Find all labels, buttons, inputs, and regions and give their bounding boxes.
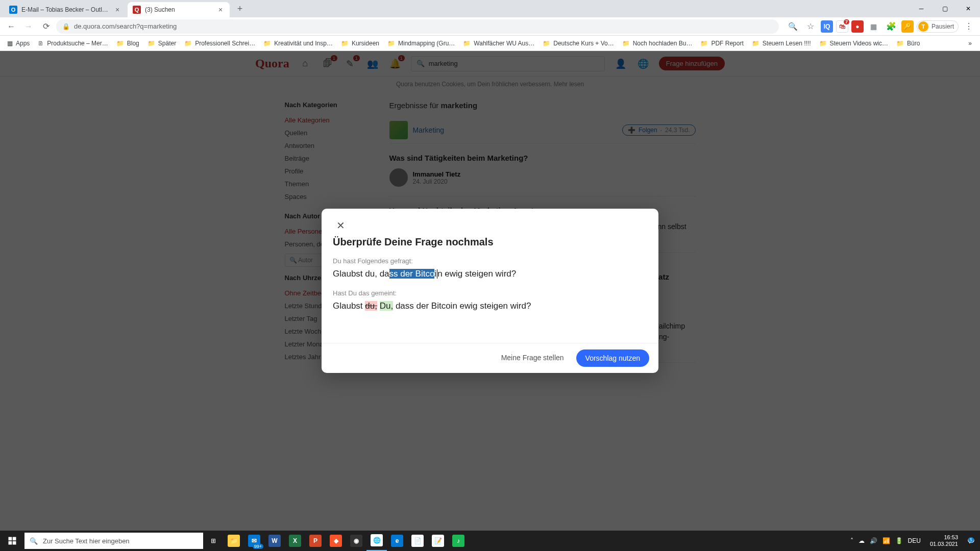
new-tab-button[interactable]: + [233, 2, 247, 16]
bookmark-folder[interactable]: 📁Büro [893, 38, 923, 49]
modal-label-asked: Du hast Folgendes gefragt: [333, 257, 647, 265]
folder-icon: 📁 [148, 40, 155, 47]
profile-label: Pausiert [932, 23, 954, 30]
ask-my-question-button[interactable]: Meine Frage stellen [494, 349, 571, 367]
tray-wifi-icon[interactable]: 📶 [883, 537, 890, 544]
extension-qr-icon[interactable]: ▦ [867, 19, 881, 34]
modal-overlay[interactable]: ✕ Überprüfe Deine Frage nochmals Du hast… [0, 51, 980, 531]
modal-close-button[interactable]: ✕ [333, 218, 348, 233]
taskbar-app-notepad[interactable]: 📄 [407, 531, 428, 551]
browser-titlebar: O E-Mail – Tobias Becker – Outlook × Q (… [0, 0, 980, 17]
tray-battery-icon[interactable]: 🔋 [895, 537, 903, 544]
page-content: Quora ⌂ 🗐1 ✎1 👥 🔔1 🔍 marketing 👤 🌐 Frage… [0, 51, 980, 531]
taskbar-app-explorer[interactable]: 📁 [224, 531, 244, 551]
bookmark-folder[interactable]: 📁Deutsche Kurs + Vo… [540, 38, 617, 49]
bookmark-folder[interactable]: 📁Später [144, 38, 179, 49]
taskbar-app-notes[interactable]: 📝 [428, 531, 448, 551]
tab-close-icon[interactable]: × [216, 6, 225, 14]
tab-close-icon[interactable]: × [113, 6, 121, 14]
browser-tab-quora[interactable]: Q (3) Suchen × [128, 2, 230, 17]
bookmark-folder[interactable]: 📁Mindmapping (Gru… [384, 38, 458, 49]
taskbar-clock[interactable]: 16:53 01.03.2021 [926, 534, 962, 547]
taskbar-app-word[interactable]: W [264, 531, 285, 551]
bookmark-folder[interactable]: 📁Blog [113, 38, 142, 49]
taskbar-app-powerpoint[interactable]: P [305, 531, 326, 551]
taskbar-app-chrome[interactable]: 🌐 [366, 531, 387, 551]
extensions-puzzle-icon[interactable]: 🧩 [884, 19, 898, 34]
folder-icon: 📁 [819, 40, 827, 47]
taskbar-app-spotify[interactable]: ♪ [448, 531, 469, 551]
original-question-text[interactable]: Glaubst du, dass der Bitcoin ewig steige… [333, 268, 647, 280]
favicon-outlook: O [9, 6, 17, 14]
task-view-button[interactable]: ⊞ [203, 531, 224, 551]
apps-button[interactable]: ▦Apps [4, 38, 33, 49]
window-close-button[interactable]: ✕ [957, 0, 980, 17]
bookmark-folder[interactable]: 📁PDF Report [697, 38, 746, 49]
taskbar-app-brave[interactable]: ◆ [326, 531, 346, 551]
bookmark-folder[interactable]: 📁Kursideen [338, 38, 382, 49]
windows-taskbar: 🔍 Zur Suche Text hier eingeben ⊞ 📁 ✉99+ … [0, 531, 980, 551]
review-question-modal: ✕ Überprüfe Deine Frage nochmals Du hast… [322, 209, 658, 373]
address-bar[interactable]: 🔒 de.quora.com/search?q=marketing [56, 19, 779, 34]
taskbar-app-obs[interactable]: ◉ [346, 531, 366, 551]
svg-rect-3 [13, 541, 16, 545]
taskbar-app-excel[interactable]: X [285, 531, 305, 551]
extension-icon-1[interactable]: IQ [821, 20, 833, 33]
tray-cloud-icon[interactable]: ☁ [859, 537, 865, 544]
folder-icon: 📁 [700, 40, 708, 47]
browser-tab-outlook[interactable]: O E-Mail – Tobias Becker – Outlook × [4, 2, 127, 17]
lock-icon: 🔒 [62, 23, 70, 30]
favicon-quora: Q [133, 6, 141, 14]
window-minimize-button[interactable]: ─ [910, 0, 933, 17]
diff-added: Du, [380, 301, 393, 311]
folder-icon: 📁 [263, 40, 271, 47]
bookmark-folder[interactable]: 📁Wahlfächer WU Aus… [460, 38, 537, 49]
tray-chevron-icon[interactable]: ˄ [850, 537, 853, 544]
window-maximize-button[interactable]: ▢ [933, 0, 957, 17]
folder-icon: 📁 [184, 40, 192, 47]
folder-icon: 📁 [116, 40, 124, 47]
search-placeholder: Zur Suche Text hier eingeben [43, 537, 130, 545]
extension-key-icon[interactable]: 🔑 [901, 20, 914, 33]
system-tray: ˄ ☁ 🔊 📶 🔋 DEU 16:53 01.03.2021 💬5 [850, 534, 980, 547]
bookmark-folder[interactable]: 📁Professionell Schrei… [181, 38, 258, 49]
profile-chip[interactable]: T Pausiert [917, 20, 959, 33]
text-selection: ss der Bitco [389, 269, 435, 279]
modal-footer: Meine Frage stellen Vorschlag nutzen [322, 343, 658, 373]
tray-language[interactable]: DEU [908, 537, 921, 544]
bookmark-folder[interactable]: 📁Kreativität und Insp… [260, 38, 336, 49]
tray-volume-icon[interactable]: 🔊 [870, 537, 877, 544]
bookmark-star-icon[interactable]: ☆ [803, 19, 818, 34]
taskbar-app-edge[interactable]: e [387, 531, 407, 551]
folder-icon: 📁 [463, 40, 471, 47]
suggested-question-text: Glaubst du, Du, dass der Bitcoin ewig st… [333, 300, 647, 312]
use-suggestion-button[interactable]: Vorschlag nutzen [576, 349, 649, 367]
apps-icon: ▦ [7, 40, 13, 47]
bookmark-folder[interactable]: 📁Steuern Videos wic… [816, 38, 892, 49]
start-button[interactable] [0, 531, 24, 551]
folder-icon: 📁 [752, 40, 760, 47]
bookmark-folder[interactable]: 📁Steuern Lesen !!!! [749, 38, 814, 49]
zoom-icon[interactable]: 🔍 [786, 19, 800, 34]
modal-heading: Überprüfe Deine Frage nochmals [333, 236, 647, 248]
folder-icon: 📁 [341, 40, 349, 47]
reload-button[interactable]: ⟳ [39, 19, 53, 34]
extension-icon-2[interactable]: 🛍7 [836, 20, 848, 33]
folder-icon: 📁 [896, 40, 904, 47]
diff-removed: du, [365, 301, 377, 311]
svg-rect-2 [9, 541, 12, 545]
back-button[interactable]: ← [4, 19, 18, 34]
tab-title: (3) Suchen [145, 6, 212, 13]
action-center-button[interactable]: 💬5 [967, 537, 975, 544]
taskbar-search-input[interactable]: 🔍 Zur Suche Text hier eingeben [24, 533, 203, 549]
browser-menu-icon[interactable]: ⋮ [962, 19, 976, 34]
bookmark-item[interactable]: 🗎Produktsuche – Mer… [35, 38, 111, 49]
extension-adblock-icon[interactable]: ● [851, 20, 864, 33]
search-icon: 🔍 [30, 537, 38, 545]
taskbar-app-mail[interactable]: ✉99+ [244, 531, 264, 551]
bookmark-folder[interactable]: 📁Noch hochladen Bu… [619, 38, 696, 49]
forward-button[interactable]: → [21, 19, 36, 34]
browser-toolbar: ← → ⟳ 🔒 de.quora.com/search?q=marketing … [0, 17, 980, 36]
bookmarks-overflow-icon[interactable]: » [964, 38, 976, 49]
folder-icon: 📁 [387, 40, 395, 47]
